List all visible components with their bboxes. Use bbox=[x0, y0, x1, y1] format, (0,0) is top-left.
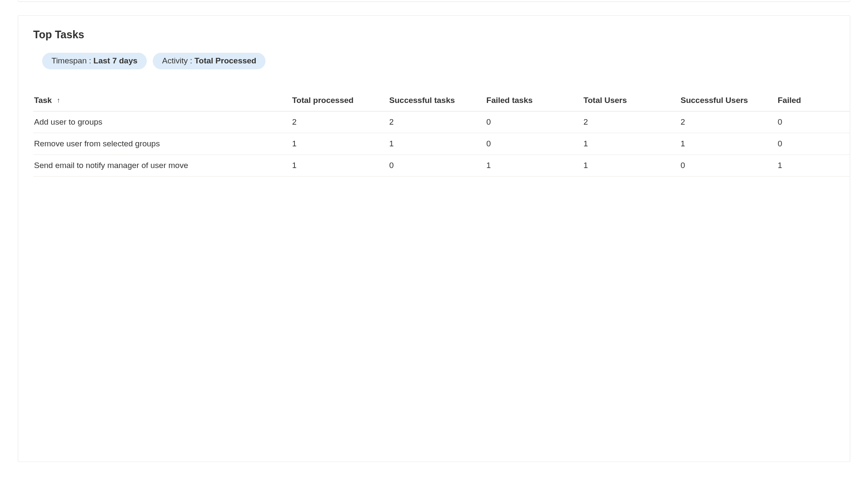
cell-task: Add user to groups bbox=[33, 111, 292, 133]
cell-successful-users: 1 bbox=[680, 133, 777, 154]
table-wrapper: Task ↑ Total processed Successful tasks … bbox=[18, 90, 850, 177]
cell-successful-tasks: 1 bbox=[389, 133, 486, 154]
cell-failed-tasks: 1 bbox=[486, 154, 583, 176]
cell-successful-tasks: 0 bbox=[389, 154, 486, 176]
cell-total-users: 1 bbox=[583, 133, 680, 154]
table-row[interactable]: Send email to notify manager of user mov… bbox=[33, 154, 850, 176]
filter-pills: Timespan : Last 7 days Activity : Total … bbox=[18, 53, 850, 69]
cell-successful-users: 2 bbox=[680, 111, 777, 133]
cell-task: Remove user from selected groups bbox=[33, 133, 292, 154]
cell-successful-users: 0 bbox=[680, 154, 777, 176]
cell-failed: 1 bbox=[778, 154, 850, 176]
table-row[interactable]: Add user to groups 2 2 0 2 2 0 bbox=[33, 111, 850, 133]
top-tasks-table: Task ↑ Total processed Successful tasks … bbox=[33, 90, 850, 177]
cell-failed-tasks: 0 bbox=[486, 133, 583, 154]
column-header-successful-users[interactable]: Successful Users bbox=[680, 90, 777, 111]
column-header-total-processed[interactable]: Total processed bbox=[292, 90, 389, 111]
table-row[interactable]: Remove user from selected groups 1 1 0 1… bbox=[33, 133, 850, 154]
timespan-filter-value: Last 7 days bbox=[94, 56, 138, 65]
table-header-row: Task ↑ Total processed Successful tasks … bbox=[33, 90, 850, 111]
timespan-filter-label: Timespan : bbox=[51, 56, 94, 65]
timespan-filter-pill[interactable]: Timespan : Last 7 days bbox=[42, 53, 147, 69]
column-header-task[interactable]: Task ↑ bbox=[33, 90, 292, 111]
cell-total-users: 2 bbox=[583, 111, 680, 133]
cell-total-processed: 2 bbox=[292, 111, 389, 133]
cell-failed: 0 bbox=[778, 111, 850, 133]
cell-total-users: 1 bbox=[583, 154, 680, 176]
column-header-failed[interactable]: Failed bbox=[778, 90, 850, 111]
column-header-failed-tasks[interactable]: Failed tasks bbox=[486, 90, 583, 111]
cell-successful-tasks: 2 bbox=[389, 111, 486, 133]
activity-filter-label: Activity : bbox=[162, 56, 194, 65]
activity-filter-pill[interactable]: Activity : Total Processed bbox=[153, 53, 266, 69]
card-title: Top Tasks bbox=[18, 29, 850, 53]
sort-ascending-icon: ↑ bbox=[57, 97, 60, 104]
cell-task: Send email to notify manager of user mov… bbox=[33, 154, 292, 176]
column-header-successful-tasks[interactable]: Successful tasks bbox=[389, 90, 486, 111]
column-header-task-label: Task bbox=[34, 96, 52, 105]
activity-filter-value: Total Processed bbox=[194, 56, 256, 65]
cell-total-processed: 1 bbox=[292, 133, 389, 154]
cell-total-processed: 1 bbox=[292, 154, 389, 176]
column-header-total-users[interactable]: Total Users bbox=[583, 90, 680, 111]
cell-failed-tasks: 0 bbox=[486, 111, 583, 133]
cell-failed: 0 bbox=[778, 133, 850, 154]
previous-card-edge bbox=[18, 0, 850, 2]
top-tasks-card: Top Tasks Timespan : Last 7 days Activit… bbox=[18, 15, 850, 462]
